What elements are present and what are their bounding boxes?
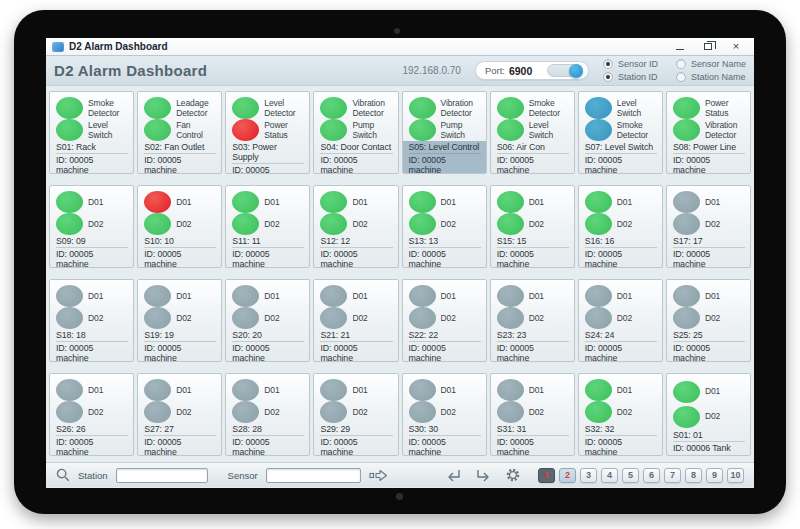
station-card[interactable]: D01D02S16: 16ID: 00005 machine (578, 185, 663, 268)
exit-arrow-button[interactable] (445, 468, 462, 482)
footer-divider (56, 435, 128, 436)
station-card[interactable]: D01D02S23: 23ID: 00005 machine (490, 279, 575, 362)
green-status-light-icon (409, 213, 436, 235)
page-button-9[interactable]: 9 (706, 468, 723, 483)
page-button-1[interactable]: 1 (538, 468, 555, 483)
sensor-label: D01 (441, 197, 456, 207)
station-card[interactable]: D01D02S01: 01ID: 00006 Tank (666, 373, 751, 456)
page-button-6[interactable]: 6 (643, 468, 660, 483)
sensor-list: D01D02 (232, 285, 304, 329)
port-input[interactable] (509, 65, 543, 77)
sensor-row: Leadage Detector (144, 97, 216, 119)
sensor-list: D01D02 (56, 379, 128, 423)
sensor-list: D01D02 (320, 191, 392, 235)
page-button-7[interactable]: 7 (664, 468, 681, 483)
station-card[interactable]: D01D02S29: 29ID: 00005 machine (313, 373, 398, 456)
page-button-10[interactable]: 10 (727, 468, 744, 483)
green-status-light-icon (673, 381, 700, 403)
green-status-light-icon (232, 213, 259, 235)
sensor-row: D02 (585, 213, 657, 235)
station-id: ID: 00005 machine (585, 437, 657, 456)
page-button-3[interactable]: 3 (580, 468, 597, 483)
station-card[interactable]: D01D02S26: 26ID: 00005 machine (49, 373, 134, 456)
gray-status-light-icon (56, 379, 83, 401)
station-card[interactable]: D01D02S17: 17ID: 00005 machine (666, 185, 751, 268)
minimize-icon (676, 49, 684, 50)
sensor-label: D01 (88, 291, 103, 301)
station-card[interactable]: Vibration DetectorPump SwitchS04: Door C… (313, 91, 398, 174)
station-card[interactable]: Vibration DetectorPump SwitchS05: Level … (402, 91, 487, 174)
page-button-2[interactable]: 2 (559, 468, 576, 483)
station-card[interactable]: Level SwitchSmoke DetectorS07: Level Swi… (578, 91, 663, 174)
page-button-4[interactable]: 4 (601, 468, 618, 483)
footer-divider (320, 435, 392, 436)
green-status-light-icon (585, 379, 612, 401)
station-card[interactable]: D01D02S24: 24ID: 00005 machine (578, 279, 663, 362)
sensor-row: D02 (56, 401, 128, 423)
page-button-5[interactable]: 5 (622, 468, 639, 483)
sensor-list: D01D02 (144, 285, 216, 329)
station-card[interactable]: D01D02S10: 10ID: 00005 machine (137, 185, 222, 268)
sensor-label: D02 (176, 407, 191, 417)
sensor-label: D02 (88, 219, 103, 229)
sensor-search-input[interactable] (266, 468, 361, 483)
station-card[interactable]: D01D02S09: 09ID: 00005 machine (49, 185, 134, 268)
restore-icon (704, 43, 712, 50)
green-status-light-icon (585, 191, 612, 213)
station-search-input[interactable] (116, 468, 208, 483)
radio-dot-icon (676, 72, 686, 82)
sensor-label: D02 (705, 219, 720, 229)
minimize-button[interactable] (674, 42, 686, 52)
restore-button[interactable] (702, 42, 714, 52)
card-footer: S17: 17ID: 00005 machine (667, 235, 750, 268)
station-id: ID: 00005 machine (497, 343, 569, 362)
station-card[interactable]: Power StatusVibration DetectorS08: Power… (666, 91, 751, 174)
sensor-label: Smoke Detector (529, 98, 560, 118)
sensor-label: D02 (617, 313, 632, 323)
search-go-button[interactable] (369, 469, 389, 482)
green-status-light-icon (320, 119, 347, 141)
station-card[interactable]: D01D02S21: 21ID: 00005 machine (313, 279, 398, 362)
station-card[interactable]: D01D02S31: 31ID: 00005 machine (490, 373, 575, 456)
station-card[interactable]: D01D02S20: 20ID: 00005 machine (225, 279, 310, 362)
station-card[interactable]: D01D02S19: 19ID: 00005 machine (137, 279, 222, 362)
sensor-row: D02 (232, 401, 304, 423)
gear-icon[interactable] (505, 467, 521, 483)
station-card[interactable]: D01D02S30: 30ID: 00005 machine (402, 373, 487, 456)
station-card[interactable]: D01D02S18: 18ID: 00005 machine (49, 279, 134, 362)
station-card[interactable]: D01D02S28: 28ID: 00005 machine (225, 373, 310, 456)
station-card[interactable]: D01D02S11: 11ID: 00005 machine (225, 185, 310, 268)
enter-arrow-button[interactable] (475, 468, 492, 482)
sensor-list: D01D02 (585, 379, 657, 423)
station-card[interactable]: Smoke DetectorLevel SwitchS06: Air ConID… (490, 91, 575, 174)
station-card[interactable]: D01D02S22: 22ID: 00005 machine (402, 279, 487, 362)
sensor-label: D02 (176, 313, 191, 323)
station-name: S32: 32 (585, 424, 657, 434)
close-button[interactable]: × (730, 42, 742, 52)
station-card[interactable]: D01D02S13: 13ID: 00005 machine (402, 185, 487, 268)
footer-divider (409, 247, 481, 248)
station-name: S01: Rack (56, 142, 128, 152)
radio-sensor-name[interactable]: Sensor Name (676, 59, 746, 69)
connection-toggle[interactable] (547, 64, 583, 77)
page-button-8[interactable]: 8 (685, 468, 702, 483)
footer-divider (409, 341, 481, 342)
station-card[interactable]: D01D02S15: 15ID: 00005 machine (490, 185, 575, 268)
station-card[interactable]: Leadage DetectorFan ControlS02: Fan Outl… (137, 91, 222, 174)
radio-station-name[interactable]: Station Name (676, 72, 746, 82)
card-footer: S26: 26ID: 00005 machine (50, 423, 133, 456)
gray-status-light-icon (56, 401, 83, 423)
station-card[interactable]: D01D02S25: 25ID: 00005 machine (666, 279, 751, 362)
station-name: S28: 28 (232, 424, 304, 434)
station-card[interactable]: D01D02S12: 12ID: 00005 machine (313, 185, 398, 268)
radio-station-id[interactable]: Station ID (603, 72, 658, 82)
station-card[interactable]: Level DetectorPower StatusS03: Power Sup… (225, 91, 310, 174)
sensor-row: D01 (585, 379, 657, 401)
sensor-list: D01D02 (673, 191, 745, 235)
station-card[interactable]: D01D02S32: 32ID: 00005 machine (578, 373, 663, 456)
station-card[interactable]: D01D02S27: 27ID: 00005 machine (137, 373, 222, 456)
station-card[interactable]: Smoke DetectorLevel SwitchS01: RackID: 0… (49, 91, 134, 174)
radio-sensor-id[interactable]: Sensor ID (603, 59, 658, 69)
sensor-list: D01D02 (409, 191, 481, 235)
sensor-label: D01 (529, 197, 544, 207)
